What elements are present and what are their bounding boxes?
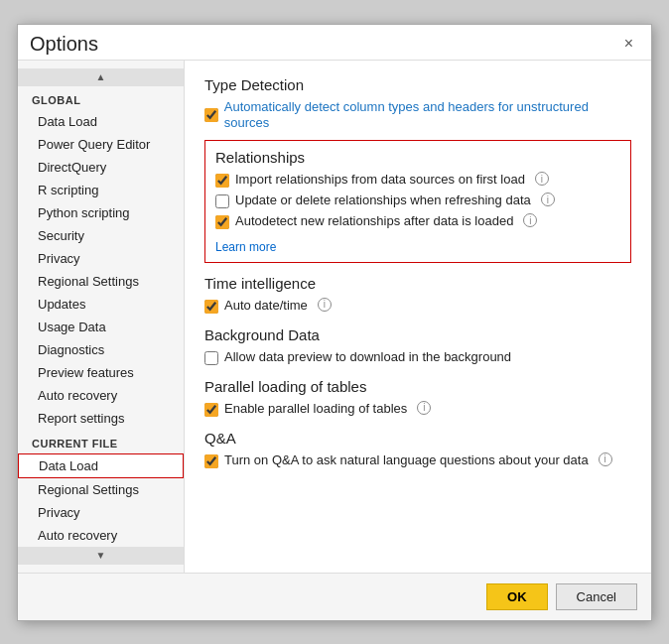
global-section-header: GLOBAL	[18, 86, 184, 110]
sidebar-item-global-r-scripting[interactable]: R scripting	[18, 179, 184, 201]
sidebar-item-file-regional-settings[interactable]: Regional Settings	[18, 478, 184, 501]
qa-info-icon[interactable]: i	[599, 452, 612, 466]
sidebar-item-global-preview-features[interactable]: Preview features	[18, 361, 184, 384]
rel-info-icon-2[interactable]: i	[541, 193, 555, 206]
dialog-titlebar: Options ×	[18, 25, 651, 60]
time-intel-info-icon[interactable]: i	[318, 298, 332, 312]
dialog-body: ▲ GLOBAL Data Load Power Query Editor Di…	[18, 60, 651, 573]
main-content: Type Detection Automatically detect colu…	[185, 61, 651, 573]
time-intel-row: Auto date/time i	[204, 298, 631, 315]
parallel-checkbox[interactable]	[204, 403, 218, 417]
bg-data-checkbox[interactable]	[204, 351, 218, 365]
scroll-down-button[interactable]: ▼	[18, 547, 184, 565]
options-dialog: Options × ▲ GLOBAL Data Load Power Query…	[17, 24, 652, 621]
parallel-label: Enable parallel loading of tables	[224, 401, 407, 418]
sidebar-item-global-auto-recovery[interactable]: Auto recovery	[18, 384, 184, 407]
sidebar-item-global-regional-settings[interactable]: Regional Settings	[18, 270, 184, 293]
scroll-up-button[interactable]: ▲	[18, 68, 184, 86]
parallel-info-icon[interactable]: i	[417, 401, 431, 415]
sidebar-item-global-updates[interactable]: Updates	[18, 293, 184, 316]
bg-data-title: Background Data	[204, 326, 631, 343]
sidebar-item-file-privacy[interactable]: Privacy	[18, 501, 184, 524]
rel-checkbox-3[interactable]	[215, 215, 229, 229]
rel-label-1: Import relationships from data sources o…	[235, 172, 525, 189]
rel-checkbox-1[interactable]	[215, 174, 229, 188]
dialog-title: Options	[30, 33, 98, 56]
rel-label-2: Update or delete relationships when refr…	[235, 193, 531, 209]
sidebar-item-global-python-scripting[interactable]: Python scripting	[18, 201, 184, 224]
sidebar-item-global-usage-data[interactable]: Usage Data	[18, 316, 184, 338]
sidebar: ▲ GLOBAL Data Load Power Query Editor Di…	[18, 61, 185, 573]
sidebar-item-file-auto-recovery[interactable]: Auto recovery	[18, 524, 184, 547]
dialog-footer: OK Cancel	[18, 573, 651, 620]
time-intel-checkbox[interactable]	[204, 300, 218, 314]
sidebar-item-global-power-query[interactable]: Power Query Editor	[18, 133, 184, 156]
parallel-title: Parallel loading of tables	[204, 378, 631, 395]
learn-more-link[interactable]: Learn more	[215, 240, 276, 254]
rel-label-3: Autodetect new relationships after data …	[235, 213, 513, 230]
qa-title: Q&A	[204, 430, 631, 447]
type-detection-row: Automatically detect column types and he…	[204, 99, 631, 133]
bg-data-row: Allow data preview to download in the ba…	[204, 349, 631, 366]
qa-row: Turn on Q&A to ask natural language ques…	[204, 452, 631, 469]
time-intel-label: Auto date/time	[224, 298, 308, 315]
ok-button[interactable]: OK	[486, 583, 548, 610]
current-file-section-header: CURRENT FILE	[18, 430, 184, 453]
parallel-row: Enable parallel loading of tables i	[204, 401, 631, 418]
sidebar-item-global-privacy[interactable]: Privacy	[18, 247, 184, 270]
qa-label: Turn on Q&A to ask natural language ques…	[224, 452, 589, 469]
rel-info-icon-3[interactable]: i	[523, 213, 537, 227]
relationships-box: Relationships Import relationships from …	[204, 140, 631, 263]
cancel-button[interactable]: Cancel	[556, 583, 637, 610]
rel-row-2: Update or delete relationships when refr…	[215, 193, 620, 209]
rel-info-icon-1[interactable]: i	[535, 172, 549, 186]
rel-row-1: Import relationships from data sources o…	[215, 172, 620, 189]
bg-data-label: Allow data preview to download in the ba…	[224, 349, 511, 366]
close-button[interactable]: ×	[618, 33, 639, 55]
sidebar-item-global-security[interactable]: Security	[18, 224, 184, 247]
sidebar-item-global-direct-query[interactable]: DirectQuery	[18, 156, 184, 179]
type-detection-label: Automatically detect column types and he…	[224, 99, 631, 133]
sidebar-item-global-data-load[interactable]: Data Load	[18, 110, 184, 133]
rel-checkbox-2[interactable]	[215, 194, 229, 208]
qa-checkbox[interactable]	[204, 454, 218, 468]
sidebar-item-global-report-settings[interactable]: Report settings	[18, 407, 184, 430]
sidebar-item-file-data-load[interactable]: Data Load	[18, 453, 184, 478]
type-detection-checkbox[interactable]	[204, 108, 218, 122]
type-detection-title: Type Detection	[204, 76, 631, 93]
time-intel-title: Time intelligence	[204, 275, 631, 292]
sidebar-item-global-diagnostics[interactable]: Diagnostics	[18, 338, 184, 361]
relationships-title: Relationships	[215, 149, 620, 166]
rel-row-3: Autodetect new relationships after data …	[215, 213, 620, 230]
